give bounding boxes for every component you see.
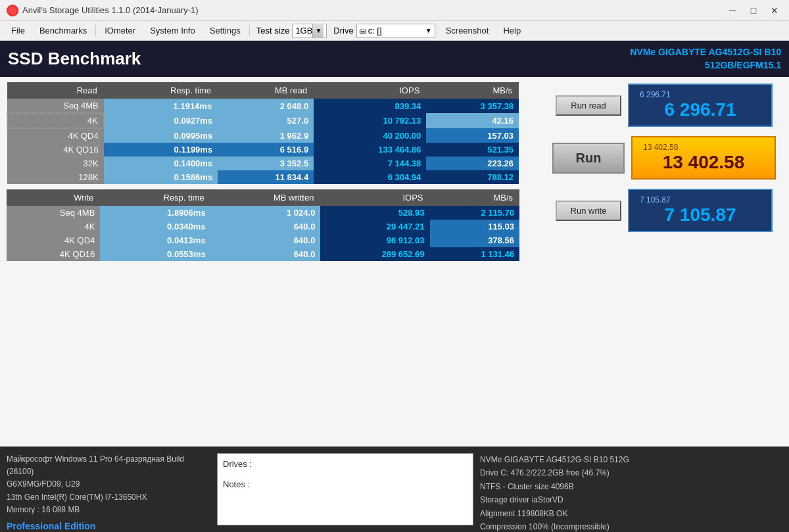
read-data-cell: 40 200.00 — [314, 128, 426, 143]
menu-benchmarks[interactable]: Benchmarks — [32, 23, 94, 38]
read-score-section: Run read 6 296.71 6 296.71 — [556, 84, 773, 127]
footer-notes[interactable]: Drives : Notes : — [217, 453, 473, 525]
menu-help[interactable]: Help — [496, 23, 528, 38]
test-size-select[interactable]: 1GB ▼ — [292, 24, 327, 38]
read-data-cell: 42.16 — [426, 113, 519, 128]
write-data-cell: 115.03 — [430, 220, 520, 233]
read-data-cell: 223.26 — [426, 157, 519, 170]
read-data-cell: 2 048.0 — [218, 99, 314, 113]
menu-settings[interactable]: Settings — [203, 23, 248, 38]
edition-label: Professional Edition — [7, 519, 210, 532]
read-table-row: Seq 4MB1.1914ms2 048.0839.343 357.38 — [7, 99, 519, 113]
drive-model-info: NVMe GIGABYTE AG4512G-SI B10 512GB/EGFM1… — [630, 46, 781, 72]
write-data-cell: 2 115.70 — [430, 206, 520, 220]
drive-info-line2: 512GB/EGFM15.1 — [630, 59, 781, 72]
col-read: Read — [7, 82, 104, 99]
read-label-cell: 128K — [7, 170, 104, 184]
write-data-cell: 289 652.69 — [320, 247, 429, 261]
drive-detail-7: Compression 100% (Incompressible) — [480, 520, 782, 532]
drive-detail-2: Drive C: 476.2/222.2GB free (46.7%) — [480, 466, 782, 479]
read-data-cell: 521.35 — [426, 143, 519, 157]
maximize-button[interactable]: □ — [746, 4, 761, 17]
write-table-row: 4K QD160.0553ms640.0289 652.691 131.46 — [7, 247, 519, 261]
col-iops-write: IOPS — [320, 189, 429, 206]
title-bar-left: Anvil's Storage Utilities 1.1.0 (2014-Ja… — [7, 5, 199, 16]
menu-file[interactable]: File — [4, 23, 32, 38]
test-size-value: 1GB — [295, 26, 312, 36]
drive-detail-4: Storage driver iaStorVD — [480, 493, 782, 506]
read-label-cell: 4K QD16 — [7, 143, 104, 157]
write-table: Write Resp. time MB written IOPS MB/s Se… — [7, 189, 519, 261]
write-label-cell: 4K QD16 — [7, 247, 100, 261]
read-data-cell: 7 144.38 — [314, 157, 426, 170]
title-bar: Anvil's Storage Utilities 1.1.0 (2014-Ja… — [0, 0, 789, 21]
header-area: SSD Benchmark NVMe GIGABYTE AG4512G-SI B… — [0, 41, 789, 77]
read-table-row: 4K QD160.1199ms6 516.9133 464.86521.35 — [7, 143, 519, 157]
menu-separator-1 — [95, 25, 96, 37]
footer: Майкрософт Windows 11 Pro 64-разрядная B… — [0, 447, 789, 532]
run-button[interactable]: Run — [552, 143, 625, 174]
menu-separator-3 — [437, 25, 437, 37]
write-data-cell: 1.8906ms — [100, 206, 210, 220]
menu-screenshot[interactable]: Screenshot — [439, 23, 496, 38]
read-score-label: 6 296.71 — [640, 90, 761, 99]
read-data-cell: 0.0995ms — [104, 128, 218, 143]
write-score-box: 7 105.87 7 105.87 — [628, 189, 773, 232]
write-data-cell: 1 131.46 — [430, 247, 520, 261]
total-score-box: 13 402.58 13 402.58 — [631, 136, 776, 180]
read-score-box: 6 296.71 6 296.71 — [628, 84, 773, 127]
read-data-cell: 6 304.94 — [314, 170, 426, 184]
write-data-cell: 640.0 — [211, 220, 321, 233]
read-data-cell: 0.0927ms — [104, 113, 218, 128]
drive-dropdown-arrow: ▼ — [425, 27, 432, 34]
benchmark-area: Read Resp. time MB read IOPS MB/s Seq 4M… — [0, 77, 539, 447]
read-data-cell: 6 516.9 — [218, 143, 314, 157]
write-data-cell: 96 912.03 — [320, 233, 429, 247]
write-data-cell: 528.93 — [320, 206, 429, 220]
read-data-cell: 3 352.5 — [218, 157, 314, 170]
read-label-cell: Seq 4MB — [7, 99, 104, 113]
drive-label: Drive — [333, 26, 353, 36]
footer-system-info: Майкрософт Windows 11 Pro 64-разрядная B… — [7, 453, 210, 525]
run-read-button[interactable]: Run read — [556, 95, 621, 116]
read-header-row: Read Resp. time MB read IOPS MB/s — [7, 82, 519, 99]
menu-separator-2 — [249, 25, 250, 37]
app-title: Anvil's Storage Utilities 1.1.0 (2014-Ja… — [22, 5, 199, 15]
close-button[interactable]: ✕ — [767, 4, 782, 17]
drive-detail-6: Alignment 119808KB OK — [480, 507, 782, 520]
read-data-cell: 3 357.38 — [426, 99, 519, 113]
read-label-cell: 4K — [7, 113, 104, 128]
sys-info-1: Майкрософт Windows 11 Pro 64-разрядная B… — [7, 453, 210, 478]
col-resp-time-w: Resp. time — [100, 189, 210, 206]
right-panel: Run read 6 296.71 6 296.71 Run 13 402.58… — [539, 77, 789, 447]
notes-label: Notes : — [223, 479, 467, 489]
menu-iometer[interactable]: IOmeter — [97, 23, 143, 38]
table-spacer — [7, 184, 533, 189]
write-data-cell: 0.0413ms — [100, 233, 210, 247]
write-score-value: 7 105.87 — [640, 205, 761, 226]
minimize-button[interactable]: ─ — [725, 4, 740, 17]
read-score-value: 6 296.71 — [640, 99, 761, 120]
read-data-cell: 133 464.86 — [314, 143, 426, 157]
app-icon — [7, 5, 18, 16]
read-data-cell: 0.1586ms — [104, 170, 218, 184]
write-data-cell: 1 024.0 — [211, 206, 321, 220]
drive-detail-1: NVMe GIGABYTE AG4512G-SI B10 512G — [480, 453, 782, 466]
menu-system-info[interactable]: System Info — [143, 23, 203, 38]
read-data-cell: 0.1400ms — [104, 157, 218, 170]
write-label-cell: Seq 4MB — [7, 206, 100, 220]
window-controls: ─ □ ✕ — [725, 4, 782, 17]
total-score-value: 13 402.58 — [643, 152, 764, 173]
ssd-benchmark-title: SSD Benchmark — [8, 49, 141, 69]
write-score-section: Run write 7 105.87 7 105.87 — [556, 189, 773, 232]
read-data-cell: 788.12 — [426, 170, 519, 184]
sys-info-4: Memory : 16 088 MB — [7, 504, 210, 516]
col-write: Write — [7, 189, 100, 206]
col-iops-read: IOPS — [314, 82, 426, 99]
drive-select[interactable]: 🖴 c: [] ▼ — [356, 24, 435, 38]
read-label-cell: 4K QD4 — [7, 128, 104, 143]
read-label-cell: 32K — [7, 157, 104, 170]
run-write-button[interactable]: Run write — [556, 201, 621, 221]
test-size-arrow[interactable]: ▼ — [312, 24, 323, 38]
read-table: Read Resp. time MB read IOPS MB/s Seq 4M… — [7, 82, 519, 184]
